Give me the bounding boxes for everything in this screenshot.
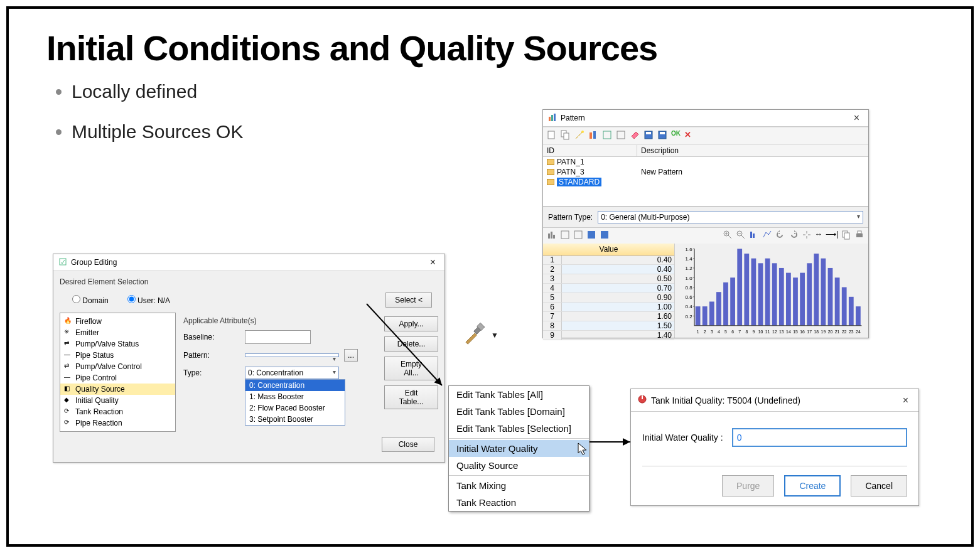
tree-item-pipe-reaction[interactable]: ⟳Pipe Reaction bbox=[60, 417, 175, 429]
save-icon[interactable] bbox=[643, 130, 654, 142]
type-label: Type: bbox=[183, 368, 240, 377]
close-button[interactable]: Close bbox=[382, 437, 434, 452]
save-icon[interactable] bbox=[600, 230, 610, 242]
menu-item-initial-water-quality[interactable]: Initial Water Quality bbox=[449, 440, 589, 457]
type-option[interactable]: 0: Concentration bbox=[245, 380, 345, 391]
pattern-row[interactable]: PATN_3New Pattern bbox=[543, 167, 868, 177]
baseline-input[interactable] bbox=[245, 330, 311, 344]
value-row[interactable]: 91.40 bbox=[543, 331, 674, 340]
select-button[interactable]: Select < bbox=[385, 293, 432, 308]
tree-item-pump-valve-status[interactable]: ⇄Pump/Valve Status bbox=[60, 338, 175, 350]
id-column-header[interactable]: ID bbox=[543, 145, 637, 156]
type-dropdown-list[interactable]: 0: Concentration1: Mass Booster2: Flow P… bbox=[245, 379, 345, 426]
wand-icon[interactable] bbox=[574, 130, 584, 142]
copy-icon[interactable] bbox=[561, 130, 571, 142]
close-icon[interactable]: × bbox=[850, 112, 863, 124]
initial-quality-input[interactable] bbox=[732, 428, 907, 447]
svg-rect-9 bbox=[590, 132, 592, 139]
tree-item-pipe-status[interactable]: —Pipe Status bbox=[60, 350, 175, 361]
type-option[interactable]: 1: Mass Booster bbox=[245, 391, 345, 402]
group-editing-dialog: Group Editing × Desired Element Selectio… bbox=[53, 254, 445, 463]
value-row[interactable]: 30.50 bbox=[543, 274, 674, 284]
svg-rect-88 bbox=[835, 277, 840, 325]
pattern-row[interactable]: PATN_1 bbox=[543, 157, 868, 167]
menu-item-edit-tank-tables-domain-[interactable]: Edit Tank Tables [Domain] bbox=[449, 403, 589, 420]
tool-icon[interactable] bbox=[762, 230, 772, 242]
svg-text:12: 12 bbox=[772, 330, 777, 334]
pattern-browse-button[interactable]: ... bbox=[344, 349, 358, 362]
tool-icon[interactable] bbox=[802, 230, 812, 242]
tool-icon[interactable] bbox=[588, 130, 598, 142]
zoom-out-icon[interactable] bbox=[736, 230, 746, 242]
copy-icon[interactable] bbox=[841, 230, 851, 242]
save-icon[interactable] bbox=[657, 130, 667, 142]
apply-button[interactable]: Apply... bbox=[384, 316, 438, 331]
type-option[interactable]: 2: Flow Paced Booster bbox=[245, 402, 345, 414]
svg-rect-68 bbox=[765, 259, 770, 326]
cancel-button[interactable]: Cancel bbox=[851, 475, 907, 497]
menu-item-edit-tank-tables-all-[interactable]: Edit Tank Tables [All] bbox=[449, 386, 589, 403]
hammer-tool-icon[interactable]: ▼ bbox=[461, 319, 498, 351]
tree-item-initial-quality[interactable]: ◆Initial Quality bbox=[60, 395, 175, 406]
menu-item-tank-reaction[interactable]: Tank Reaction bbox=[449, 494, 589, 511]
svg-rect-94 bbox=[856, 306, 861, 326]
undo-icon[interactable] bbox=[775, 230, 785, 242]
tool-icon[interactable]: ⟶| bbox=[826, 230, 838, 242]
new-icon[interactable] bbox=[547, 130, 557, 142]
edit-table-button[interactable]: Edit Table... bbox=[384, 385, 438, 409]
tree-item-tank-reaction[interactable]: ⟳Tank Reaction bbox=[60, 406, 175, 417]
tool-icon[interactable]: ↔ bbox=[815, 230, 822, 242]
pattern-type-combo[interactable]: 0: General (Multi-Purpose) bbox=[598, 211, 863, 223]
tree-item-emitter[interactable]: ✳Emitter bbox=[60, 327, 175, 338]
value-row[interactable]: 20.40 bbox=[543, 265, 674, 274]
save-icon[interactable] bbox=[586, 230, 596, 242]
dropdown-arrow-icon[interactable]: ▼ bbox=[491, 331, 498, 340]
tree-item-pipe-control[interactable]: —Pipe Control bbox=[60, 372, 175, 384]
menu-item-edit-tank-tables-selection-[interactable]: Edit Tank Tables [Selection] bbox=[449, 420, 589, 437]
redo-icon[interactable] bbox=[789, 230, 799, 242]
tree-item-fireflow[interactable]: 🔥Fireflow bbox=[60, 316, 175, 327]
cancel-icon[interactable]: ✕ bbox=[684, 130, 691, 142]
svg-text:2: 2 bbox=[704, 330, 706, 334]
edit-icon[interactable] bbox=[602, 130, 612, 142]
svg-rect-66 bbox=[758, 263, 763, 325]
svg-rect-26 bbox=[750, 232, 752, 238]
print-icon[interactable] bbox=[854, 230, 864, 242]
tree-item-quality-source[interactable]: ◧Quality Source bbox=[60, 384, 175, 395]
zoom-in-icon[interactable] bbox=[723, 230, 733, 242]
delete-button[interactable]: Delete... bbox=[384, 336, 438, 352]
type-option[interactable]: 3: Setpoint Booster bbox=[245, 414, 345, 425]
svg-rect-18 bbox=[551, 232, 552, 239]
radio-domain[interactable]: Domain bbox=[72, 295, 109, 305]
tool-icon[interactable] bbox=[573, 230, 583, 242]
pattern-row[interactable]: STANDARD bbox=[543, 177, 868, 187]
type-combo[interactable]: 0: Concentration bbox=[245, 367, 339, 379]
svg-rect-74 bbox=[786, 273, 791, 326]
value-row[interactable]: 10.40 bbox=[543, 255, 674, 265]
radio-user[interactable]: User: N/A bbox=[127, 295, 170, 305]
close-icon[interactable]: × bbox=[426, 257, 439, 268]
menu-item-tank-mixing[interactable]: Tank Mixing bbox=[449, 477, 589, 494]
close-icon[interactable]: × bbox=[899, 395, 912, 406]
tool-icon[interactable] bbox=[547, 230, 557, 242]
tree-item-pump-valve-control[interactable]: ⇄Pump/Valve Control bbox=[60, 361, 175, 372]
svg-rect-92 bbox=[849, 297, 854, 326]
tool-icon[interactable] bbox=[560, 230, 570, 242]
eraser-icon[interactable] bbox=[630, 130, 640, 142]
value-row[interactable]: 50.90 bbox=[543, 293, 674, 303]
svg-rect-20 bbox=[561, 231, 569, 239]
pattern-combo[interactable] bbox=[245, 353, 339, 357]
svg-rect-23 bbox=[601, 231, 608, 239]
menu-item-quality-source[interactable]: Quality Source bbox=[449, 457, 589, 474]
attribute-tree[interactable]: 🔥Fireflow✳Emitter⇄Pump/Valve Status—Pipe… bbox=[60, 313, 176, 432]
tool-icon[interactable] bbox=[749, 230, 759, 242]
value-row[interactable]: 61.00 bbox=[543, 303, 674, 312]
desc-column-header[interactable]: Description bbox=[637, 145, 868, 156]
value-row[interactable]: 40.70 bbox=[543, 284, 674, 293]
empty-all-button[interactable]: Empty All... bbox=[384, 357, 438, 380]
value-row[interactable]: 71.60 bbox=[543, 312, 674, 321]
value-row[interactable]: 81.50 bbox=[543, 321, 674, 331]
tool-icon[interactable] bbox=[616, 130, 626, 142]
ok-icon[interactable]: OK bbox=[671, 130, 681, 142]
create-button[interactable]: Create bbox=[784, 475, 841, 497]
